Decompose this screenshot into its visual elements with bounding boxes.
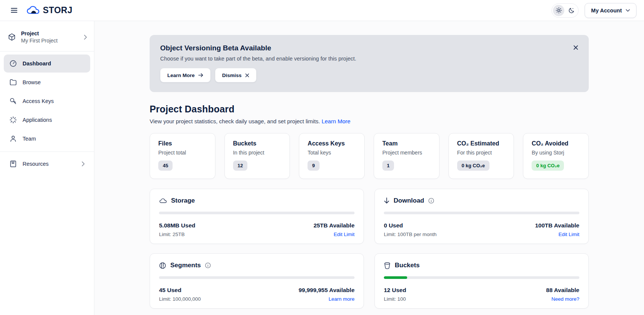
download-limit: Limit: 100TB per month	[384, 232, 436, 237]
stat-subtitle: For this project	[457, 150, 506, 156]
buckets-need-more-link[interactable]: Need more?	[552, 296, 579, 302]
dismiss-button[interactable]: Dismiss	[215, 68, 256, 82]
usage-card-download: Download 0 Used 100TB Available	[374, 189, 589, 244]
storj-cloud-icon	[26, 5, 40, 15]
banner-close-button[interactable]	[571, 42, 580, 52]
dismiss-label: Dismiss	[222, 73, 242, 78]
buckets-used: 12 Used	[384, 287, 406, 294]
download-edit-limit-link[interactable]: Edit Limit	[558, 232, 579, 237]
segments-learn-more-link[interactable]: Learn more	[329, 296, 355, 302]
storage-available: 25TB Available	[314, 222, 355, 229]
chevron-down-icon	[626, 9, 630, 12]
sidebar-item-resources[interactable]: Resources	[4, 155, 90, 173]
sidebar-item-browse[interactable]: Browse	[4, 73, 90, 91]
sidebar-item-label: Dashboard	[23, 61, 51, 67]
folder-icon	[9, 78, 17, 86]
segments-progress-bar	[159, 276, 355, 279]
usage-card-segments: Segments 45 Used 99,999,955 Available	[150, 253, 364, 309]
project-label: Project	[21, 30, 58, 37]
segments-icon	[159, 262, 166, 269]
buckets-available: 88 Available	[546, 287, 579, 294]
stat-card-co2-avoided: CO₂ Avoided By using Storj 0 kg CO₂e	[523, 133, 589, 179]
sidebar-item-label: Resources	[23, 161, 48, 167]
my-account-label: My Account	[591, 8, 622, 14]
segments-available: 99,999,955 Available	[299, 287, 355, 294]
sidebar-item-team[interactable]: Team	[4, 130, 90, 148]
storage-edit-limit-link[interactable]: Edit Limit	[333, 232, 355, 237]
download-progress-bar	[384, 212, 579, 214]
info-icon[interactable]	[428, 198, 434, 204]
page-title: Project Dashboard	[150, 104, 589, 115]
stat-card-co2-estimated: CO₂ Estimated For this project 0 kg CO₂e	[449, 133, 514, 179]
bookmark-icon	[9, 160, 17, 168]
usage-title: Buckets	[395, 262, 420, 269]
stat-value-badge: 0 kg CO₂e	[457, 161, 489, 171]
storj-logo[interactable]: STORJ	[26, 5, 73, 15]
menu-icon[interactable]	[8, 4, 20, 17]
dark-mode-button[interactable]	[566, 5, 577, 16]
stat-subtitle: Project members	[382, 150, 431, 156]
theme-toggle	[552, 3, 579, 18]
segments-limit: Limit: 100,000,000	[159, 296, 201, 302]
learn-more-link[interactable]: Learn More	[321, 118, 350, 124]
stat-value-badge: 9	[308, 161, 319, 171]
usage-card-storage: Storage 5.08MB Used 25TB Available Limit…	[150, 189, 364, 244]
stat-card-files: Files Project total 45	[150, 133, 215, 179]
usage-grid: Storage 5.08MB Used 25TB Available Limit…	[150, 189, 589, 309]
sidebar-item-label: Access Keys	[23, 98, 54, 104]
sidebar-divider	[0, 51, 94, 51]
project-selector[interactable]: Project My First Project	[0, 25, 94, 50]
stat-title: Access Keys	[308, 140, 356, 147]
chevron-right-icon	[84, 35, 87, 40]
sun-icon	[556, 7, 562, 14]
stat-title: CO₂ Estimated	[457, 140, 506, 147]
buckets-progress-bar	[384, 276, 579, 279]
x-icon	[245, 73, 249, 77]
stat-title: Files	[158, 140, 207, 147]
bucket-icon	[384, 262, 391, 269]
stat-value-badge: 12	[233, 161, 247, 171]
usage-card-buckets: Buckets 12 Used 88 Available Limit: 100 …	[374, 253, 589, 309]
stat-value-badge: 0 kg CO₂e	[532, 161, 564, 171]
stats-row: Files Project total 45 Buckets In this p…	[150, 133, 589, 179]
cube-icon	[8, 33, 16, 41]
info-icon[interactable]	[205, 262, 211, 268]
stat-card-buckets: Buckets In this project 12	[224, 133, 290, 179]
sidebar-item-label: Team	[23, 136, 36, 142]
my-account-button[interactable]: My Account	[585, 3, 636, 18]
stat-card-team: Team Project members 1	[374, 133, 439, 179]
stat-card-access-keys: Access Keys Total keys 9	[299, 133, 365, 179]
arrow-right-icon	[198, 73, 203, 77]
usage-title: Storage	[171, 197, 195, 204]
stat-subtitle: Total keys	[308, 150, 356, 156]
sidebar-item-applications[interactable]: Applications	[4, 111, 90, 129]
stat-subtitle: Project total	[158, 150, 207, 156]
cloud-icon	[159, 198, 167, 204]
sidebar-divider	[0, 151, 94, 152]
sidebar-item-label: Applications	[23, 117, 52, 123]
stat-title: CO₂ Avoided	[532, 140, 580, 147]
usage-title: Download	[394, 197, 424, 204]
person-icon	[9, 135, 17, 143]
stat-value-badge: 1	[382, 161, 394, 171]
sidebar-item-access-keys[interactable]: Access Keys	[4, 92, 90, 110]
stat-title: Team	[382, 140, 431, 147]
learn-more-button[interactable]: Learn More	[160, 68, 211, 82]
stat-value-badge: 45	[158, 161, 173, 171]
sidebar: Project My First Project Dashboard Br	[0, 21, 94, 315]
download-available: 100TB Available	[535, 222, 579, 229]
stat-subtitle: In this project	[233, 150, 282, 156]
sidebar-item-label: Browse	[23, 79, 41, 85]
learn-more-label: Learn More	[167, 73, 195, 78]
sidebar-item-dashboard[interactable]: Dashboard	[4, 55, 90, 73]
buckets-progress-fill	[384, 276, 407, 279]
stat-subtitle: By using Storj	[532, 150, 580, 156]
gauge-icon	[9, 59, 17, 68]
key-icon	[9, 97, 17, 105]
close-icon	[573, 45, 578, 50]
banner-title: Object Versioning Beta Available	[160, 44, 578, 52]
light-mode-button[interactable]	[553, 5, 564, 16]
download-arrow-icon	[384, 197, 389, 204]
top-header: STORJ	[0, 0, 644, 21]
storage-limit: Limit: 25TB	[159, 232, 185, 237]
